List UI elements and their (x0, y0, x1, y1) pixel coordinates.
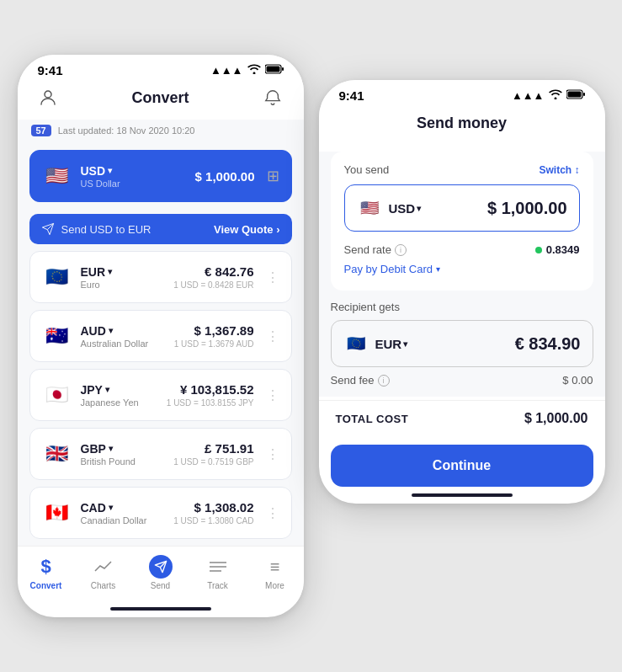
tab-icon-more: ≡ (263, 555, 287, 579)
currency-list: 🇺🇸 USD ▾ US Dollar $ 1,000.00 ⊞ (18, 143, 304, 546)
send-fee-row: Send fee i $ 0.00 (319, 367, 605, 393)
status-bar-right: 9:41 ▲▲▲ (319, 80, 605, 106)
currency-code-cad: CAD ▾ (81, 501, 166, 515)
home-indicator-right (412, 493, 513, 497)
tab-icon-convert: $ (35, 555, 58, 579)
send-rate-row: Send rate i 0.8349 (344, 240, 580, 259)
currency-card-aud[interactable]: 🇦🇺 AUD ▾ Australian Dollar $ 1,367.89 1 … (29, 310, 292, 362)
recv-amount: € 834.90 (515, 334, 581, 354)
pay-method-row[interactable]: Pay by Debit Card ▾ (344, 259, 580, 279)
currency-code-aud: AUD ▾ (81, 324, 166, 338)
phone-convert: 9:41 ▲▲▲ Convert (18, 55, 304, 617)
tab-item-more[interactable]: ≡ More (253, 555, 297, 590)
currency-card-cad[interactable]: 🇨🇦 CAD ▾ Canadian Dollar $ 1,308.02 1 US… (29, 487, 292, 539)
wifi-icon (247, 64, 261, 77)
status-bar-left: 9:41 ▲▲▲ (18, 55, 304, 81)
continue-button[interactable]: Continue (331, 445, 593, 487)
badge-count: 57 (31, 125, 51, 136)
profile-icon[interactable] (35, 84, 61, 111)
tab-label-track: Track (207, 581, 228, 590)
tab-item-track[interactable]: Track (196, 555, 240, 590)
total-cost-value: $ 1,000.00 (524, 411, 588, 426)
currency-card-usd-active[interactable]: 🇺🇸 USD ▾ US Dollar $ 1,000.00 ⊞ (29, 150, 292, 202)
currency-card-jpy[interactable]: 🇯🇵 JPY ▾ Japanese Yen ¥ 103,815.52 1 USD… (29, 369, 292, 421)
currency-rate-jpy: 1 USD = 103.8155 JPY (167, 398, 254, 408)
tab-label-charts: Charts (91, 581, 115, 590)
flag-gbp: 🇬🇧 (42, 439, 72, 469)
usd-selector[interactable]: 🇺🇸 USD ▾ (357, 195, 422, 221)
recipient-section: Recipient gets 🇪🇺 EUR ▾ € 834.90 (319, 297, 605, 367)
you-send-header-row: You send Switch ↕ (344, 163, 580, 176)
flag-cad: 🇨🇦 (42, 498, 72, 528)
last-updated-bar: 57 Last updated: 18 Nov 2020 10:20 (18, 120, 304, 143)
send-fee-value: $ 0.00 (562, 374, 593, 387)
send-bar[interactable]: Send USD to EUR View Quote › (29, 214, 292, 244)
more-icon-eur[interactable]: ⋮ (266, 269, 279, 285)
currency-right-gbp: £ 751.91 1 USD = 0.7519 GBP (173, 441, 253, 467)
svg-rect-8 (567, 92, 581, 98)
currency-name-usd: US Dollar (81, 179, 187, 189)
currency-right-aud: $ 1,367.89 1 USD = 1.3679 AUD (174, 323, 254, 349)
currency-amount-aud: $ 1,367.89 (174, 323, 254, 338)
send-bar-left: Send USD to EUR (41, 222, 152, 236)
currency-amount-gbp: £ 751.91 (173, 441, 253, 456)
time-right: 9:41 (339, 88, 364, 103)
flag-aud: 🇦🇺 (42, 321, 72, 351)
more-icon-cad[interactable]: ⋮ (266, 505, 279, 521)
calculator-icon[interactable]: ⊞ (267, 167, 279, 185)
send-bar-text: Send USD to EUR (61, 223, 152, 236)
flag-usd-send: 🇺🇸 (357, 195, 382, 221)
bell-icon[interactable] (259, 84, 286, 111)
send-fee-label: Send fee i (331, 374, 390, 387)
send-amount: $ 1,000.00 (487, 199, 567, 218)
recipient-label: Recipient gets (331, 297, 593, 313)
chevron-usd: ▾ (108, 166, 112, 175)
flag-eur: 🇪🇺 (42, 262, 72, 292)
send-currency-code: USD ▾ (389, 201, 422, 216)
more-icon-gbp[interactable]: ⋮ (266, 446, 279, 462)
currency-code-jpy: JPY ▾ (81, 383, 158, 397)
tab-item-send[interactable]: Send (139, 555, 183, 590)
chevron-pay: ▾ (436, 264, 440, 274)
chevron-eur-recv: ▾ (403, 339, 407, 349)
currency-card-gbp[interactable]: 🇬🇧 GBP ▾ British Pound £ 751.91 1 USD = … (29, 428, 292, 480)
phone-send-money: 9:41 ▲▲▲ Send money (319, 80, 605, 504)
eur-selector[interactable]: 🇪🇺 EUR ▾ (343, 331, 408, 356)
app-header-send: Send money (319, 106, 605, 145)
currency-rate-cad: 1 USD = 1.3080 CAD (173, 516, 253, 525)
tab-icon-send (149, 555, 173, 579)
more-icon-aud[interactable]: ⋮ (266, 328, 279, 344)
tab-icon-charts (92, 555, 115, 579)
status-icons-left: ▲▲▲ (210, 64, 284, 77)
currency-code-usd: USD ▾ (81, 164, 187, 178)
status-icons-right: ▲▲▲ (512, 89, 585, 102)
currency-name-eur: Euro (81, 280, 166, 290)
pay-method-label: Pay by Debit Card ▾ (344, 263, 441, 275)
wifi-icon-right (549, 89, 562, 102)
switch-button[interactable]: Switch ↕ (539, 164, 579, 176)
scene: 9:41 ▲▲▲ Convert (0, 29, 622, 643)
flag-jpy: 🇯🇵 (42, 380, 72, 410)
currency-amount-jpy: ¥ 103,815.52 (167, 382, 254, 397)
flag-usd: 🇺🇸 (42, 161, 72, 191)
currency-code-gbp: GBP ▾ (81, 442, 166, 456)
signal-icon: ▲▲▲ (210, 64, 243, 77)
battery-icon-right (566, 89, 585, 102)
home-indicator-left (110, 607, 211, 611)
tab-label-convert: Convert (30, 581, 62, 590)
battery-icon (265, 64, 284, 77)
rate-info-icon: i (395, 244, 407, 256)
currency-right-eur: € 842.76 1 USD = 0.8428 EUR (173, 264, 253, 290)
signal-icon-right: ▲▲▲ (512, 89, 545, 102)
tab-icon-track (206, 555, 230, 579)
currency-rate-aud: 1 USD = 1.3679 AUD (174, 339, 254, 349)
tab-item-charts[interactable]: Charts (82, 555, 125, 590)
page-title-send: Send money (417, 115, 507, 132)
tab-item-convert[interactable]: $ Convert (24, 555, 68, 590)
currency-rate-gbp: 1 USD = 0.7519 GBP (173, 457, 253, 467)
recipient-box[interactable]: 🇪🇺 EUR ▾ € 834.90 (331, 320, 593, 367)
currency-card-eur[interactable]: 🇪🇺 EUR ▾ Euro € 842.76 1 USD = 0.8428 EU… (29, 251, 292, 303)
more-icon-jpy[interactable]: ⋮ (266, 387, 279, 403)
currency-amount-cad: $ 1,308.02 (173, 500, 253, 515)
view-quote-btn[interactable]: View Quote › (214, 223, 280, 236)
